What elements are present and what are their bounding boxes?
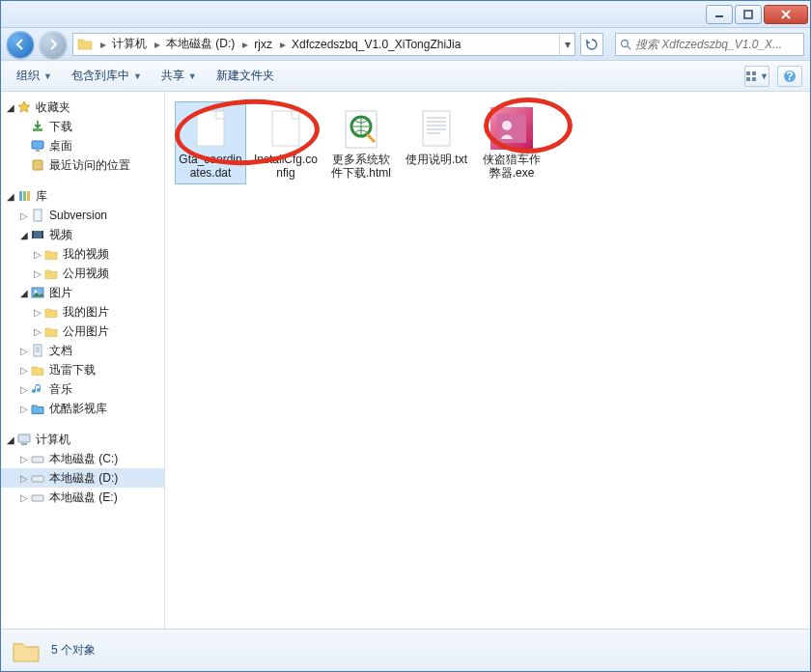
close-button[interactable] bbox=[764, 5, 808, 24]
expand-icon: ▷ bbox=[18, 404, 30, 414]
minimize-button[interactable] bbox=[706, 5, 733, 24]
search-box[interactable] bbox=[615, 33, 804, 56]
tree-item-documents[interactable]: ▷ 文档 bbox=[1, 341, 164, 360]
tree-item-drive-d[interactable]: ▷ 本地磁盘 (D:) bbox=[1, 468, 164, 488]
file-item[interactable]: Gta_coordinates.dat bbox=[175, 101, 246, 184]
tree-item-my-pictures[interactable]: ▷ 我的图片 bbox=[1, 302, 164, 322]
back-button[interactable] bbox=[7, 31, 34, 58]
tree-item-pictures[interactable]: ◢ 图片 bbox=[1, 283, 164, 302]
tree-label: 图片 bbox=[49, 285, 72, 301]
svg-rect-3 bbox=[746, 71, 750, 75]
collapse-icon: ◢ bbox=[5, 102, 16, 113]
folder-icon bbox=[43, 323, 59, 339]
svg-rect-16 bbox=[34, 210, 42, 221]
drive-icon bbox=[30, 490, 45, 505]
tree-label: 文档 bbox=[49, 343, 72, 359]
library-icon bbox=[16, 188, 32, 204]
file-item[interactable]: 使用说明.txt bbox=[401, 101, 472, 184]
file-item[interactable]: 侠盗猎车作弊器.exe bbox=[476, 101, 547, 184]
expand-icon: ▷ bbox=[18, 384, 30, 395]
body: ◢ 收藏夹 下载 桌面 最近访问的位置 ◢ 库 bbox=[1, 92, 810, 629]
svg-rect-6 bbox=[752, 77, 756, 81]
tree-item-my-videos[interactable]: ▷ 我的视频 bbox=[1, 244, 164, 264]
tree-label: 我的图片 bbox=[63, 304, 109, 321]
desktop-icon bbox=[30, 138, 45, 154]
tree-label: 视频 bbox=[49, 227, 72, 243]
svg-rect-4 bbox=[752, 71, 756, 75]
svg-rect-32 bbox=[423, 111, 450, 146]
svg-rect-29 bbox=[272, 111, 299, 146]
tree-label: 桌面 bbox=[49, 138, 72, 154]
tree-label: 本地磁盘 (E:) bbox=[49, 490, 118, 506]
expand-icon: ▷ bbox=[18, 346, 30, 356]
breadcrumb[interactable]: ▸ 计算机 ▸ 本地磁盘 (D:) ▸ rjxz ▸ Xdfczedszbq_V… bbox=[72, 33, 575, 56]
document-icon bbox=[30, 208, 45, 223]
svg-rect-12 bbox=[33, 160, 42, 170]
tree-item-youku[interactable]: ▷ 优酷影视库 bbox=[1, 399, 164, 418]
svg-rect-28 bbox=[197, 111, 224, 146]
file-thumb bbox=[338, 105, 384, 152]
organize-menu[interactable]: 组织 ▼ bbox=[9, 64, 60, 88]
file-thumb bbox=[489, 105, 535, 152]
share-menu[interactable]: 共享 ▼ bbox=[154, 64, 205, 88]
svg-rect-15 bbox=[27, 191, 30, 201]
svg-point-2 bbox=[622, 40, 629, 46]
breadcrumb-item[interactable]: Xdfczedszbq_V1.0_XiTongZhiJia bbox=[288, 34, 466, 55]
tree-computer[interactable]: ◢ 计算机 bbox=[1, 430, 164, 449]
chevron-down-icon: ▼ bbox=[43, 71, 52, 81]
tree-item-public-videos[interactable]: ▷ 公用视频 bbox=[1, 264, 164, 283]
file-thumb bbox=[187, 105, 234, 152]
refresh-button[interactable] bbox=[580, 33, 603, 56]
explorer-window: ▸ 计算机 ▸ 本地磁盘 (D:) ▸ rjxz ▸ Xdfczedszbq_V… bbox=[0, 0, 811, 672]
view-icon bbox=[745, 70, 758, 82]
help-button[interactable]: ? bbox=[777, 66, 802, 87]
titlebar bbox=[1, 1, 810, 28]
tree-item-recent[interactable]: 最近访问的位置 bbox=[1, 155, 164, 175]
view-options-button[interactable]: ▼ bbox=[744, 66, 769, 87]
svg-rect-27 bbox=[32, 495, 43, 501]
toolbar: 组织 ▼ 包含到库中 ▼ 共享 ▼ 新建文件夹 ▼ ? bbox=[1, 61, 810, 92]
tree-favorites[interactable]: ◢ 收藏夹 bbox=[1, 98, 164, 117]
svg-rect-26 bbox=[32, 476, 43, 482]
include-in-library-menu[interactable]: 包含到库中 ▼ bbox=[64, 64, 150, 88]
tree-label: 下载 bbox=[49, 119, 72, 135]
breadcrumb-item[interactable]: rjxz bbox=[250, 34, 278, 55]
svg-rect-22 bbox=[34, 345, 42, 356]
file-list[interactable]: Gta_coordinates.datInstallCfg.config更多系统… bbox=[165, 92, 810, 629]
file-item[interactable]: InstallCfg.config bbox=[250, 101, 322, 184]
tree-item-public-pictures[interactable]: ▷ 公用图片 bbox=[1, 322, 164, 341]
new-folder-button[interactable]: 新建文件夹 bbox=[209, 64, 282, 88]
tree-label: 我的视频 bbox=[63, 246, 109, 263]
tree-item-downloads[interactable]: 下载 bbox=[1, 117, 164, 136]
address-dropdown[interactable]: ▾ bbox=[559, 34, 574, 55]
tree-item-thunder[interactable]: ▷ 迅雷下载 bbox=[1, 360, 164, 379]
tree-label: 库 bbox=[36, 188, 47, 205]
tree-label: 最近访问的位置 bbox=[49, 157, 130, 174]
tree-item-drive-e[interactable]: ▷ 本地磁盘 (E:) bbox=[1, 488, 164, 507]
svg-rect-14 bbox=[23, 191, 26, 201]
tree-item-desktop[interactable]: 桌面 bbox=[1, 136, 164, 155]
breadcrumb-item[interactable]: 本地磁盘 (D:) bbox=[162, 34, 240, 55]
breadcrumb-item[interactable]: 计算机 bbox=[108, 34, 153, 55]
forward-button[interactable] bbox=[40, 31, 67, 58]
music-icon bbox=[30, 381, 45, 397]
search-input[interactable] bbox=[635, 38, 799, 51]
svg-rect-19 bbox=[42, 231, 43, 238]
file-item[interactable]: 更多系统软件下载.html bbox=[325, 101, 397, 184]
help-icon: ? bbox=[783, 70, 797, 83]
tree-libraries[interactable]: ◢ 库 bbox=[1, 186, 164, 206]
svg-rect-24 bbox=[21, 443, 27, 445]
expand-icon: ▷ bbox=[32, 249, 43, 260]
svg-rect-25 bbox=[32, 457, 43, 462]
maximize-button[interactable] bbox=[735, 5, 762, 24]
navigation-pane[interactable]: ◢ 收藏夹 下载 桌面 最近访问的位置 ◢ 库 bbox=[1, 92, 165, 629]
tree-item-music[interactable]: ▷ 音乐 bbox=[1, 379, 164, 399]
tree-item-videos[interactable]: ◢ 视频 bbox=[1, 225, 164, 244]
tree-label: Subversion bbox=[49, 209, 107, 222]
tree-item-drive-c[interactable]: ▷ 本地磁盘 (C:) bbox=[1, 449, 164, 468]
collapse-icon: ◢ bbox=[18, 288, 30, 298]
tree-label: 收藏夹 bbox=[36, 99, 70, 116]
tree-item-subversion[interactable]: ▷ Subversion bbox=[1, 206, 164, 225]
chevron-right-icon: ▸ bbox=[153, 38, 162, 51]
chevron-right-icon: ▸ bbox=[240, 38, 250, 51]
